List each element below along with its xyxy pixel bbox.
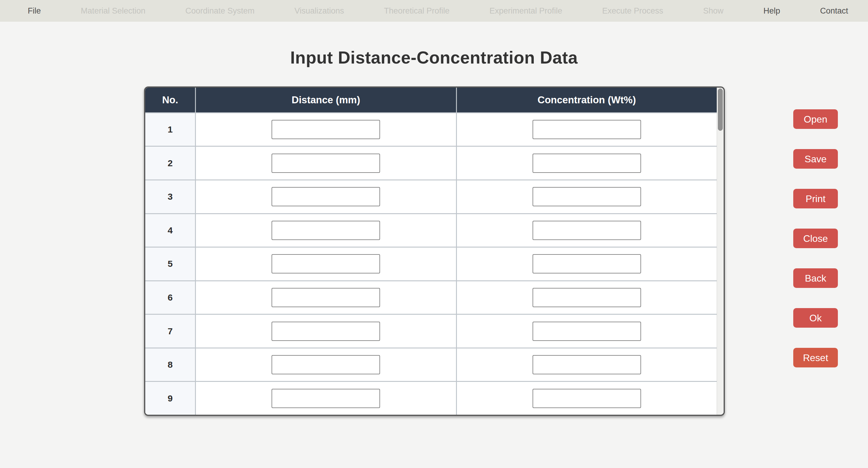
- concentration-input[interactable]: [532, 355, 641, 374]
- concentration-input[interactable]: [532, 288, 641, 307]
- save-button[interactable]: Save: [793, 149, 838, 169]
- table-scrollbar-thumb[interactable]: [718, 89, 723, 131]
- distance-input[interactable]: [272, 389, 380, 408]
- concentration-input[interactable]: [532, 120, 641, 139]
- row-number: 5: [145, 247, 196, 280]
- distance-input[interactable]: [272, 187, 380, 206]
- menu-item-show: Show: [703, 6, 724, 16]
- table-row: 1: [145, 112, 717, 146]
- concentration-input[interactable]: [532, 254, 641, 273]
- open-button[interactable]: Open: [793, 109, 838, 129]
- table-row: 9: [145, 381, 717, 415]
- ok-button[interactable]: Ok: [793, 308, 838, 328]
- concentration-input[interactable]: [532, 187, 641, 206]
- concentration-input[interactable]: [532, 221, 641, 240]
- print-button[interactable]: Print: [793, 189, 838, 208]
- distance-input[interactable]: [272, 288, 380, 307]
- action-button-panel: Open Save Print Close Back Ok Reset: [793, 109, 838, 367]
- row-number: 7: [145, 315, 196, 347]
- table-row: 4: [145, 213, 717, 247]
- close-button[interactable]: Close: [793, 229, 838, 248]
- concentration-input[interactable]: [532, 322, 641, 341]
- row-number: 9: [145, 382, 196, 415]
- row-number: 8: [145, 348, 196, 381]
- header-no: No.: [145, 88, 196, 112]
- distance-concentration-table: No. Distance (mm) Concentration (Wt%) 1 …: [144, 87, 725, 416]
- header-distance: Distance (mm): [196, 88, 457, 112]
- row-number: 3: [145, 180, 196, 213]
- menubar: File Material Selection Coordinate Syste…: [0, 0, 868, 22]
- table-row: 5: [145, 247, 717, 280]
- row-number: 6: [145, 281, 196, 314]
- distance-input[interactable]: [272, 221, 380, 240]
- row-number: 1: [145, 113, 196, 146]
- row-number: 2: [145, 147, 196, 179]
- menu-item-execute-process: Execute Process: [602, 6, 663, 16]
- menu-item-help[interactable]: Help: [764, 6, 780, 16]
- table-header-row: No. Distance (mm) Concentration (Wt%): [145, 88, 717, 112]
- reset-button[interactable]: Reset: [793, 348, 838, 367]
- menu-item-material-selection: Material Selection: [81, 6, 146, 16]
- distance-input[interactable]: [272, 254, 380, 273]
- menu-item-file[interactable]: File: [28, 6, 41, 16]
- table-row: 7: [145, 314, 717, 347]
- concentration-input[interactable]: [532, 154, 641, 173]
- page-title: Input Distance-Concentration Data: [0, 47, 868, 67]
- row-number: 4: [145, 214, 196, 247]
- menu-item-contact[interactable]: Contact: [820, 6, 848, 16]
- table-row: 6: [145, 280, 717, 314]
- distance-input[interactable]: [272, 120, 380, 139]
- distance-input[interactable]: [272, 355, 380, 374]
- concentration-input[interactable]: [532, 389, 641, 408]
- table-row: 2: [145, 146, 717, 179]
- distance-input[interactable]: [272, 322, 380, 341]
- menu-item-visualizations: Visualizations: [294, 6, 344, 16]
- back-button[interactable]: Back: [793, 268, 838, 288]
- menu-item-experimental-profile: Experimental Profile: [490, 6, 562, 16]
- table-row: 3: [145, 179, 717, 213]
- menu-item-theoretical-profile: Theoretical Profile: [384, 6, 450, 16]
- table-row: 8: [145, 347, 717, 381]
- table-scrollbar-track[interactable]: [717, 88, 724, 415]
- header-concentration: Concentration (Wt%): [457, 88, 717, 112]
- distance-input[interactable]: [272, 154, 380, 173]
- menu-item-coordinate-system: Coordinate System: [185, 6, 255, 16]
